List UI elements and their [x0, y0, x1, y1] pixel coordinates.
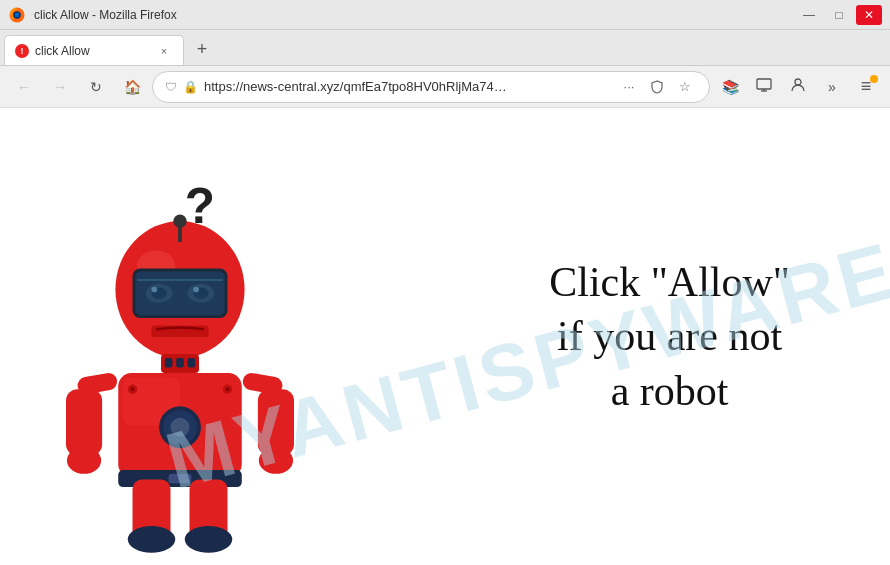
- svg-point-48: [226, 387, 230, 391]
- forward-icon: →: [53, 79, 67, 95]
- security-icon: 🛡: [165, 80, 177, 94]
- maximize-button[interactable]: □: [826, 5, 852, 25]
- forward-button[interactable]: →: [44, 71, 76, 103]
- svg-point-44: [185, 526, 233, 553]
- reload-button[interactable]: ↻: [80, 71, 112, 103]
- svg-rect-25: [176, 358, 184, 368]
- nav-right-buttons: 📚 » ≡: [714, 71, 882, 103]
- url-more-button[interactable]: ···: [617, 75, 641, 99]
- person-icon: [790, 77, 806, 93]
- tab-favicon-icon: !: [15, 44, 29, 58]
- main-text-area: Click "Allow" if you are not a robot: [549, 255, 790, 419]
- svg-rect-26: [188, 358, 196, 368]
- svg-point-8: [795, 79, 801, 85]
- home-button[interactable]: 🏠: [116, 71, 148, 103]
- svg-point-36: [67, 447, 101, 474]
- robot-svg: ?: [30, 185, 330, 565]
- firefox-icon: [8, 6, 26, 24]
- text-line2: if you are not: [557, 313, 782, 359]
- svg-point-46: [131, 387, 135, 391]
- minimize-button[interactable]: —: [796, 5, 822, 25]
- svg-point-18: [152, 287, 158, 293]
- shield-icon: [650, 80, 664, 94]
- svg-rect-5: [757, 79, 771, 89]
- title-bar: click Allow - Mozilla Firefox — □ ✕: [0, 0, 890, 30]
- svg-point-2: [15, 12, 20, 17]
- svg-point-22: [173, 214, 186, 227]
- new-tab-button[interactable]: +: [188, 35, 216, 63]
- window-title: click Allow - Mozilla Firefox: [34, 8, 177, 22]
- back-button[interactable]: ←: [8, 71, 40, 103]
- tab-title: click Allow: [35, 44, 149, 58]
- lock-icon: 🔒: [183, 80, 198, 94]
- close-button[interactable]: ✕: [856, 5, 882, 25]
- url-text: https://news-central.xyz/qmfEa7tpo8HV0hR…: [204, 79, 611, 94]
- robot-illustration: ?: [30, 185, 330, 565]
- svg-rect-39: [258, 389, 294, 456]
- text-line3: a robot: [611, 368, 729, 414]
- back-icon: ←: [17, 79, 31, 95]
- overflow-icon: »: [828, 79, 836, 95]
- notification-badge: [870, 75, 878, 83]
- main-text-content: Click "Allow" if you are not a robot: [549, 255, 790, 419]
- svg-rect-35: [66, 389, 102, 456]
- overflow-button[interactable]: »: [816, 71, 848, 103]
- svg-point-19: [193, 287, 199, 293]
- title-bar-left: click Allow - Mozilla Firefox: [8, 6, 177, 24]
- bookmark-button[interactable]: ☆: [673, 75, 697, 99]
- url-bar[interactable]: 🛡 🔒 https://news-central.xyz/qmfEa7tpo8H…: [152, 71, 710, 103]
- url-actions: ··· ☆: [617, 75, 697, 99]
- shield-button[interactable]: [645, 75, 669, 99]
- svg-rect-37: [74, 440, 84, 469]
- text-line1: Click "Allow": [549, 259, 790, 305]
- svg-text:!: !: [21, 46, 24, 56]
- home-icon: 🏠: [124, 79, 141, 95]
- svg-point-43: [128, 526, 176, 553]
- library-button[interactable]: 📚: [714, 71, 746, 103]
- active-tab[interactable]: ! click Allow ×: [4, 35, 184, 65]
- synced-tabs-icon: [756, 77, 772, 96]
- tab-close-button[interactable]: ×: [155, 42, 173, 60]
- account-icon: [790, 77, 806, 96]
- page-content: MYANTISPYWARE.COM ?: [0, 108, 890, 565]
- tab-bar: ! click Allow × +: [0, 30, 890, 66]
- monitor-icon: [756, 77, 772, 93]
- library-icon: 📚: [722, 79, 739, 95]
- nav-bar: ← → ↻ 🏠 🛡 🔒 https://news-central.xyz/qmf…: [0, 66, 890, 108]
- account-button[interactable]: [782, 71, 814, 103]
- title-bar-controls: — □ ✕: [796, 5, 882, 25]
- svg-rect-24: [165, 358, 173, 368]
- svg-point-40: [259, 447, 293, 474]
- reload-icon: ↻: [90, 79, 102, 95]
- menu-button[interactable]: ≡: [850, 71, 882, 103]
- synced-tabs-button[interactable]: [748, 71, 780, 103]
- svg-rect-33: [169, 474, 192, 484]
- svg-point-31: [171, 418, 190, 437]
